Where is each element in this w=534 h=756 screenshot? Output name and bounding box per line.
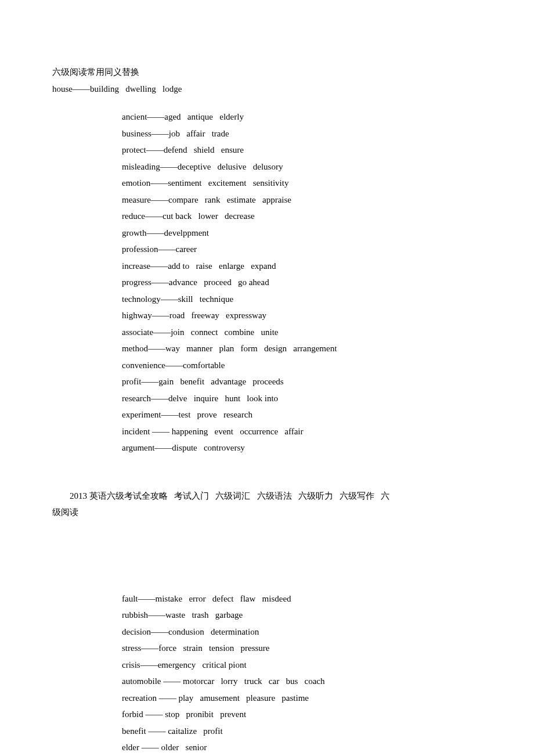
nav-line: 级阅读 [52,504,482,521]
synonym-line: reduce——cut back lower decrease [52,208,482,225]
synonym-line: increase——add to raise enlarge expand [52,258,482,275]
nav-line: 2013 英语六级考试全攻略 考试入门 六级词汇 六级语法 六级听力 六级写作 … [52,488,482,505]
synonym-line: incident —— happening event occurrence a… [52,423,482,440]
synonym-line: argument——dispute controversy [52,440,482,456]
synonym-line: experiment——test prove research [52,406,482,423]
synonym-line: decision——condusion determination [52,624,482,640]
synonym-line: misleading——deceptive delusive delusory [52,159,482,175]
synonym-line: highway——road freeway expressway [52,307,482,324]
synonym-line: house——building dwelling lodge [52,81,482,98]
synonym-line: rubbish——waste trash garbage [52,607,482,624]
synonym-line: elder —— older senior [52,739,482,756]
synonym-line: protect——defend shield ensure [52,142,482,159]
synonym-line: automobile —— motorcar lorry truck car b… [52,673,482,690]
synonym-line: associate——join connect combine unite [52,324,482,341]
synonym-line: measure——compare rank estimate appraise [52,192,482,208]
synonym-line: profession——career [52,241,482,258]
synonym-line: progress——advance proceed go ahead [52,274,482,291]
synonym-line: technology——skill technique [52,291,482,308]
synonym-line: forbid —— stop pronibit prevent [52,706,482,723]
synonym-line: profit——gain benefit advantage proceeds [52,373,482,390]
spacer [52,97,482,109]
document-title: 六级阅读常用同义替换 [52,64,482,81]
synonym-line: emotion——sentiment excitement sensitivit… [52,175,482,192]
synonym-line: convenience——comfortable [52,357,482,374]
synonym-line: stress——force strain tension pressure [52,640,482,657]
synonym-line: recreation —— play amusement pleasure pa… [52,690,482,707]
document-page: 六级阅读常用同义替换 house——building dwelling lodg… [0,0,534,756]
synonym-line: growth——develppment [52,225,482,242]
synonym-line: business——job affair trade [52,125,482,142]
synonym-line: crisis——emergency critical piont [52,657,482,674]
spacer [52,456,482,488]
synonym-line: method——way manner plan form design arra… [52,340,482,357]
spacer [52,521,482,591]
synonym-line: research——delve inquire hunt look into [52,390,482,407]
synonym-line: benefit —— caitalize profit [52,723,482,740]
synonym-line: ancient——aged antique elderly [52,109,482,125]
synonym-line: fault——mistake error defect flaw misdeed [52,591,482,607]
